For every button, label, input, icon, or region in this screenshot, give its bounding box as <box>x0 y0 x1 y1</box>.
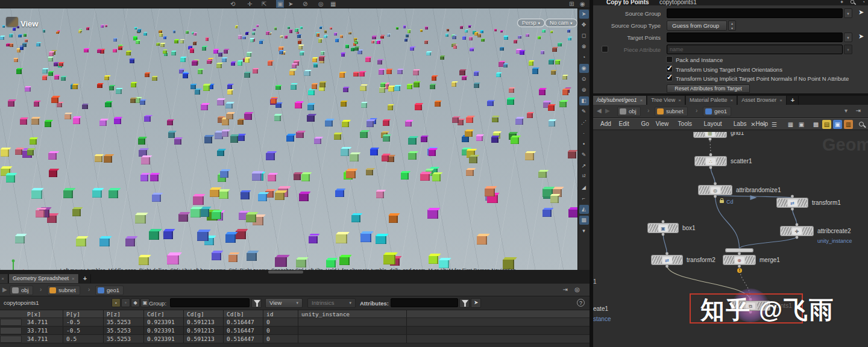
menu-edit[interactable]: Edit <box>619 120 629 127</box>
table-row[interactable]: 33.711-0.535.52530.9233910.5912130.51644… <box>0 327 590 335</box>
piece-attribute-input[interactable] <box>667 45 843 54</box>
measure-icon[interactable]: ⌐ <box>579 194 589 203</box>
wire-icon[interactable]: ✎ <box>579 107 589 116</box>
flatten-icon[interactable]: ◭ <box>579 205 589 214</box>
tab-material-palette[interactable]: Material Palette× <box>686 96 737 105</box>
select-icon[interactable]: ➤ <box>579 10 589 19</box>
toolbox-icon[interactable]: ▥ <box>844 120 853 129</box>
grid-snap-icon[interactable]: ▦ <box>330 0 336 8</box>
camera-dropdown[interactable]: No cam▾ <box>545 19 577 27</box>
close-icon[interactable]: × <box>72 276 75 281</box>
node-attribrandomize1[interactable]: ◍ <box>698 185 732 195</box>
handles-icon[interactable]: ✥ <box>579 20 589 30</box>
node-scatter1[interactable]: ∴ <box>694 156 727 166</box>
search-icon[interactable] <box>850 0 855 5</box>
collapse-icon[interactable]: ▾ <box>579 227 589 236</box>
caret-down-icon[interactable]: ▾ <box>844 107 848 114</box>
target-points-input[interactable] <box>667 33 843 42</box>
network-canvas[interactable]: Geometry ▦grid1∴scatter1◍attribrandomize… <box>593 132 868 347</box>
node-box1[interactable]: ▣ <box>647 223 679 233</box>
pin-icon[interactable]: ⇥ <box>856 107 861 114</box>
group-filter-button[interactable] <box>251 298 262 308</box>
detail-mode-icon[interactable]: ▣ <box>140 298 149 307</box>
node-transform2[interactable]: ⇄ <box>651 255 683 265</box>
stepper-icon[interactable]: ▴▾ <box>728 20 736 31</box>
pen-icon[interactable]: ✎ <box>579 151 589 160</box>
node-transform1[interactable]: ⇄ <box>776 198 808 208</box>
new-tab-button[interactable]: + <box>787 96 799 105</box>
checkbox[interactable]: ✓ <box>666 66 673 72</box>
close-icon[interactable]: × <box>779 98 782 103</box>
table-row[interactable]: 34.711-0.535.52530.9233910.5912130.51644… <box>0 318 590 327</box>
close-icon[interactable]: × <box>730 98 733 103</box>
tree-icon[interactable]: ⌐ <box>760 120 769 129</box>
source-group-input[interactable] <box>667 8 843 18</box>
dot-icon[interactable]: • <box>579 140 589 149</box>
attributes-input[interactable] <box>391 298 458 307</box>
nav-back-icon[interactable]: ▶ <box>2 286 7 293</box>
node-attribcreate2[interactable]: ✚ <box>780 226 814 236</box>
lock-icon[interactable]: ◻ <box>579 31 589 40</box>
snap-point-icon[interactable]: ⊙ <box>579 75 589 84</box>
new-tab-button[interactable]: + <box>80 274 91 283</box>
persp-dropdown[interactable]: Persp▾ <box>517 19 545 27</box>
menu-add[interactable]: Add <box>600 120 611 127</box>
view-dropdown[interactable]: View▾ <box>265 298 303 308</box>
tab-geometry-spreadsheet[interactable]: Geometry Spreadsheet× <box>9 274 79 283</box>
search-icon[interactable] <box>857 120 866 129</box>
close-icon[interactable]: × <box>1 276 4 281</box>
normals-icon[interactable]: ⋰ <box>579 118 589 127</box>
points-mode-icon[interactable]: • <box>112 298 121 307</box>
tab-asset-browser[interactable]: Asset Browser× <box>738 96 787 105</box>
circle-tool-icon[interactable]: ⊘ <box>303 0 307 8</box>
table-row[interactable]: 34.7110.535.52530.9233910.5912130.516447… <box>0 335 590 343</box>
dropper-icon[interactable]: ↗ <box>579 161 589 170</box>
select-mode-icon[interactable]: ▣ <box>276 0 284 8</box>
node-merge1[interactable]: ⊕ <box>723 255 756 265</box>
light-icon[interactable]: ◉ <box>579 64 589 73</box>
spreadsheet-table[interactable]: P[x]P[y]P[z]Cd[r]Cd[g]Cd[b]idunity_insta… <box>0 310 590 343</box>
menu-view[interactable]: View <box>656 120 669 127</box>
note-icon[interactable]: ▤ <box>822 120 831 129</box>
breadcrumb-subnet[interactable]: subnet <box>655 107 688 116</box>
layout-icon[interactable]: ⊞ <box>569 0 574 8</box>
checkbox[interactable] <box>666 56 673 63</box>
pick-pointer-icon[interactable]: ➤ <box>858 33 866 40</box>
node-name-field[interactable]: copytopoints1 <box>659 0 697 5</box>
attributes-filter-button[interactable] <box>459 298 470 308</box>
help-icon[interactable]: ? <box>577 299 585 307</box>
tab--obj-subnet-geo1[interactable]: /obj/subnet/geo1× <box>593 96 647 105</box>
close-icon[interactable]: × <box>640 98 643 103</box>
view-icon[interactable]: ◔ <box>579 53 589 62</box>
menu-tools[interactable]: Tools <box>678 120 692 127</box>
breadcrumb-geo1[interactable]: geo1 <box>703 107 731 116</box>
menu-labs[interactable]: Labs <box>734 120 747 127</box>
pose-icon[interactable]: ⊗ <box>579 42 589 51</box>
primitives-mode-icon[interactable]: ◆ <box>131 298 140 307</box>
menu-layout[interactable]: Layout <box>704 120 722 127</box>
3d-viewport[interactable]: View Persp▾ No cam▾ Left mouse tumbles. … <box>0 8 577 270</box>
checkbox[interactable]: ✓ <box>666 75 673 81</box>
group-input[interactable] <box>170 298 250 307</box>
pointer-icon[interactable]: ➤ <box>288 0 293 8</box>
breadcrumb-subnet[interactable]: subnet <box>47 286 80 295</box>
dolly-icon[interactable]: ⇱ <box>262 0 266 8</box>
intrinsics-dropdown[interactable]: Intrinsics▾ <box>307 298 356 308</box>
brush-icon[interactable]: ◢ <box>579 183 589 192</box>
caret-down-icon[interactable]: ▾ <box>844 33 852 42</box>
snippet-icon[interactable]: ▣ <box>833 120 842 129</box>
gear-icon[interactable]: ✦ <box>840 0 844 5</box>
breadcrumb-obj[interactable]: obj <box>617 107 641 116</box>
pick-attributes-button[interactable]: ➤ <box>471 298 481 308</box>
caret-down-icon[interactable]: ▾ <box>844 45 852 54</box>
tumble-icon[interactable]: ⟲ <box>230 0 235 8</box>
target-icon[interactable]: ◎ <box>574 286 580 293</box>
build-tools-icon[interactable]: ✕ <box>749 120 758 129</box>
divider[interactable]: · <box>579 129 589 138</box>
caret-down-icon[interactable]: ▾ <box>844 8 852 18</box>
node-grid1[interactable]: ▦ <box>693 132 727 138</box>
thumb-view-icon[interactable]: ▣ <box>797 120 806 129</box>
viewport-hscrollbar[interactable] <box>0 270 590 274</box>
point-count-icon[interactable]: ¹² <box>579 172 589 181</box>
pan-icon[interactable]: ✛ <box>247 0 252 8</box>
